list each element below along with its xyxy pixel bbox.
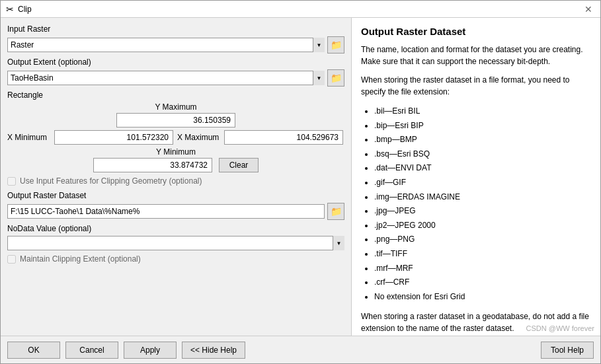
x-max-input[interactable] [224,130,343,145]
y-min-row: Clear [7,158,344,172]
use-input-features-label: Use Input Features for Clipping Geometry… [20,176,202,186]
input-raster-label: Input Raster [7,24,344,34]
help-para2: When storing the raster dataset in a fil… [361,74,591,98]
nodata-label: NoData Value (optional) [7,224,344,233]
list-item: .jpg—JPEG [374,204,591,219]
list-item: .crf—CRF [374,275,591,290]
x-row: X Minimum X Maximum [7,130,344,145]
list-item: .gif—GIF [374,176,591,190]
output-extent-select[interactable]: TaoHeBasin [7,71,325,85]
output-extent-browse-button[interactable]: 📁 [327,69,344,87]
x-max-label: X Maximum [177,133,220,142]
y-min-input[interactable] [93,158,212,172]
maintain-clipping-label: Maintain Clipping Extent (optional) [20,254,141,264]
x-min-input[interactable] [54,130,173,145]
help-para1: The name, location and format for the da… [361,44,591,67]
close-button[interactable]: ✕ [582,4,595,15]
output-raster-row: 📁 [7,203,344,220]
input-raster-combo-wrapper: Raster ▼ [7,38,325,52]
nodata-wrapper: ▼ [7,236,344,250]
maintain-clipping-row: Maintain Clipping Extent (optional) [7,254,344,264]
y-max-label: Y Maximum [7,102,344,112]
list-item: .bsq—Esri BSQ [374,147,591,162]
maintain-clipping-checkbox[interactable] [7,255,16,264]
help-list: .bil—Esri BIL.bip—Esri BIP.bmp—BMP.bsq—E… [361,104,591,304]
list-item: .bil—Esri BIL [374,104,591,119]
y-max-row [7,113,344,127]
tool-help-button[interactable]: Tool Help [541,342,594,359]
hide-help-button[interactable]: << Hide Help [182,342,245,359]
output-extent-combo-wrapper: TaoHeBasin ▼ [7,71,325,85]
clear-button[interactable]: Clear [219,158,259,172]
input-raster-browse-button[interactable]: 📁 [327,36,344,54]
dialog-title: Clip [18,5,32,14]
apply-button[interactable]: Apply [124,342,177,359]
use-input-features-row: Use Input Features for Clipping Geometry… [7,176,344,186]
output-extent-row: TaoHeBasin ▼ 📁 [7,69,344,87]
clip-dialog: ✂ Clip ✕ Input Raster Raster ▼ 📁 [0,0,601,364]
list-item: .png—PNG [374,233,591,247]
output-raster-label: Output Raster Dataset [7,191,344,200]
left-scroll: Input Raster Raster ▼ 📁 Output Extent (o… [7,24,344,336]
output-raster-input[interactable] [7,204,325,219]
bottom-bar: OK Cancel Apply << Hide Help Tool Help [1,336,600,363]
clip-icon: ✂ [6,4,14,15]
use-input-features-checkbox[interactable] [7,177,16,186]
nodata-select[interactable] [7,236,344,250]
ok-button[interactable]: OK [7,342,60,359]
right-panel: Output Raster Dataset The name, location… [351,18,600,336]
title-bar: ✂ Clip ✕ [1,1,600,18]
left-panel: Input Raster Raster ▼ 📁 Output Extent (o… [1,18,351,336]
bottom-left-buttons: OK Cancel Apply << Hide Help [7,342,245,359]
input-raster-row: Raster ▼ 📁 [7,36,344,54]
bottom-right-buttons: Tool Help [541,342,594,359]
list-item: No extension for Esri Grid [374,290,591,305]
output-raster-browse-button[interactable]: 📁 [327,203,344,220]
output-extent-label: Output Extent (optional) [7,57,344,67]
input-raster-select[interactable]: Raster [7,38,325,52]
list-item: .img—ERDAS IMAGINE [374,190,591,205]
rectangle-label: Rectangle [7,91,344,100]
help-title: Output Raster Dataset [361,26,591,37]
list-item: .bmp—BMP [374,133,591,147]
nodata-combo-wrapper: ▼ [7,236,344,250]
list-item: .mrf—MRF [374,262,591,276]
list-item: .bip—Esri BIP [374,119,591,133]
cancel-button[interactable]: Cancel [65,342,118,359]
y-max-input[interactable] [116,113,235,127]
list-item: .dat—ENVI DAT [374,161,591,176]
y-min-text-label: Y Minimum [7,147,344,157]
coord-section: Y Maximum X Minimum X Maximum Y Minimum [7,102,344,172]
list-item: .jp2—JPEG 2000 [374,219,591,233]
main-content: Input Raster Raster ▼ 📁 Output Extent (o… [1,18,600,336]
list-item: .tif—TIFF [374,247,591,262]
x-min-label: X Minimum [7,133,50,142]
help-para3: When storing a raster dataset in a geoda… [361,310,591,334]
title-bar-left: ✂ Clip [6,4,32,15]
